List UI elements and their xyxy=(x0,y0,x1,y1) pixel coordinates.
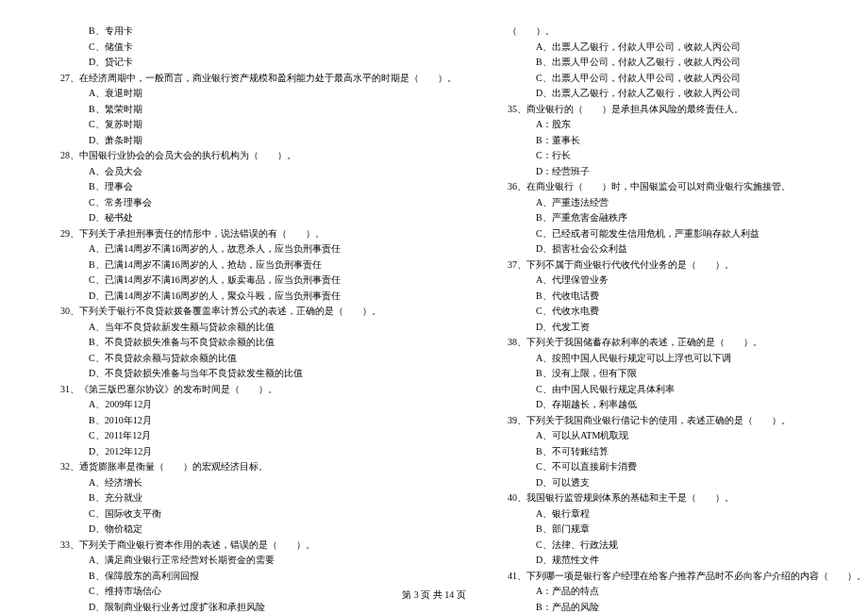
option-line: B、没有上限，但有下限 xyxy=(494,366,866,382)
question-line: 27、在经济周期中，一般而言，商业银行资产规模和盈利能力处于最高水平的时期是（ … xyxy=(47,71,457,87)
option-line: B、2010年12月 xyxy=(47,413,457,429)
option-line: C、不可以直接刷卡消费 xyxy=(494,459,866,475)
option-line: A、按照中国人民银行规定可以上浮也可以下调 xyxy=(494,351,866,367)
page-footer: 第 3 页 共 14 页 xyxy=(0,588,868,602)
option-line: D、萧条时期 xyxy=(47,133,457,149)
question-line: 39、下列关于我国商业银行借记卡的使用，表述正确的是（ ）。 xyxy=(494,413,866,429)
option-line: C、2011年12月 xyxy=(47,428,457,444)
option-line: C、不良贷款余额与贷款余额的比值 xyxy=(47,351,457,367)
option-line: C、出票人甲公司，付款人甲公司，收款人丙公司 xyxy=(494,71,866,87)
option-line: C、常务理事会 xyxy=(47,195,457,211)
option-line: A、衰退时期 xyxy=(47,86,457,102)
option-line: D：经营班子 xyxy=(494,164,866,180)
question-line: 32、通货膨胀率是衡量（ ）的宏观经济目标。 xyxy=(47,459,457,475)
option-line: B：董事长 xyxy=(494,133,866,149)
option-line: D、不良贷款损失准备与当年不良贷款发生额的比值 xyxy=(47,366,457,382)
option-line: D、贷记卡 xyxy=(47,55,457,71)
option-line: A、当年不良贷款新发生额与贷款余额的比值 xyxy=(47,320,457,336)
question-line: 31、《第三版巴塞尔协议》的发布时间是（ ）。 xyxy=(47,382,457,398)
option-line: A、严重违法经营 xyxy=(494,195,866,211)
option-line: D、损害社会公众利益 xyxy=(494,241,866,257)
question-line: 37、下列不属于商业银行代收代付业务的是（ ）。 xyxy=(494,257,866,273)
option-line: D、2012年12月 xyxy=(47,444,457,460)
option-line: D、存期越长，利率越低 xyxy=(494,397,866,413)
option-line: B、不可转账结算 xyxy=(494,444,866,460)
option-line: C、法律、行政法规 xyxy=(494,538,866,554)
option-line: D、秘书处 xyxy=(47,210,457,226)
option-line: C、储值卡 xyxy=(47,40,457,56)
option-line: B、出票人甲公司，付款人乙银行，收款人丙公司 xyxy=(494,55,866,71)
option-line: A、已满14周岁不满16周岁的人，故意杀人，应当负刑事责任 xyxy=(47,241,457,257)
question-line: 36、在商业银行（ ）时，中国银监会可以对商业银行实施接管。 xyxy=(494,179,866,195)
option-line: B、代收电话费 xyxy=(494,289,866,305)
option-line: C、已经或者可能发生信用危机，严重影响存款人利益 xyxy=(494,226,866,242)
option-line: B、严重危害金融秩序 xyxy=(494,210,866,226)
question-line: 35、商业银行的（ ）是承担具体风险的最终责任人。 xyxy=(494,102,866,118)
left-column: B、专用卡C、储值卡D、贷记卡27、在经济周期中，一般而言，商业银行资产规模和盈… xyxy=(47,24,457,613)
question-line: 33、下列关于商业银行资本作用的表述，错误的是（ ）。 xyxy=(47,538,457,554)
question-line: 41、下列哪一项是银行客户经理在给客户推荐产品时不必向客户介绍的内容（ ）。 xyxy=(494,569,866,585)
right-column: （ ）。A、出票人乙银行，付款人甲公司，收款人丙公司B、出票人甲公司，付款人乙银… xyxy=(494,24,866,613)
option-line: B、专用卡 xyxy=(47,24,457,40)
option-line: A、经济增长 xyxy=(47,475,457,491)
option-line: A、可以从ATM机取现 xyxy=(494,428,866,444)
question-line: 40、我国银行监管规则体系的基础和主干是（ ）。 xyxy=(494,490,866,506)
option-line: B、不良贷款损失准备与不良贷款余额的比值 xyxy=(47,335,457,351)
option-line: C、代收水电费 xyxy=(494,304,866,320)
option-line: A、满足商业银行正常经营对长期资金的需要 xyxy=(47,553,457,569)
option-line: C、由中国人民银行规定具体利率 xyxy=(494,382,866,398)
option-line: D、可以透支 xyxy=(494,475,866,491)
option-line: D、已满14周岁不满16周岁的人，聚众斗殴，应当负刑事责任 xyxy=(47,289,457,305)
question-line: 30、下列关于银行不良贷款拨备覆盖率计算公式的表述，正确的是（ ）。 xyxy=(47,304,457,320)
option-line: B、已满14周岁不满16周岁的人，抢劫，应当负刑事责任 xyxy=(47,257,457,273)
option-line: B、保障股东的高利润回报 xyxy=(47,569,457,585)
option-line: A、出票人乙银行，付款人甲公司，收款人丙公司 xyxy=(494,40,866,56)
option-line: B、繁荣时期 xyxy=(47,102,457,118)
option-line: B、充分就业 xyxy=(47,490,457,506)
option-line: A、2009年12月 xyxy=(47,397,457,413)
question-line: 28、中国银行业协会的会员大会的执行机构为（ ）。 xyxy=(47,148,457,164)
question-line: （ ）。 xyxy=(494,24,866,40)
option-line: C、国际收支平衡 xyxy=(47,506,457,522)
option-line: C、已满14周岁不满16周岁的人，贩卖毒品，应当负刑事责任 xyxy=(47,273,457,289)
option-line: B、理事会 xyxy=(47,179,457,195)
option-line: D、规范性文件 xyxy=(494,553,866,569)
option-line: C、复苏时期 xyxy=(47,117,457,133)
option-line: A、代理保管业务 xyxy=(494,273,866,289)
option-line: A、会员大会 xyxy=(47,164,457,180)
question-line: 38、下列关于我国储蓄存款利率的表述，正确的是（ ）。 xyxy=(494,335,866,351)
option-line: B、部门规章 xyxy=(494,522,866,538)
option-line: D、代发工资 xyxy=(494,320,866,336)
option-line: A、银行章程 xyxy=(494,506,866,522)
option-line: C：行长 xyxy=(494,148,866,164)
option-line: A：股东 xyxy=(494,117,866,133)
option-line: D、出票人乙银行，付款人乙银行，收款人丙公司 xyxy=(494,86,866,102)
option-line: D、物价稳定 xyxy=(47,522,457,538)
question-line: 29、下列关于承担刑事责任的情形中，说法错误的有（ ）。 xyxy=(47,226,457,242)
